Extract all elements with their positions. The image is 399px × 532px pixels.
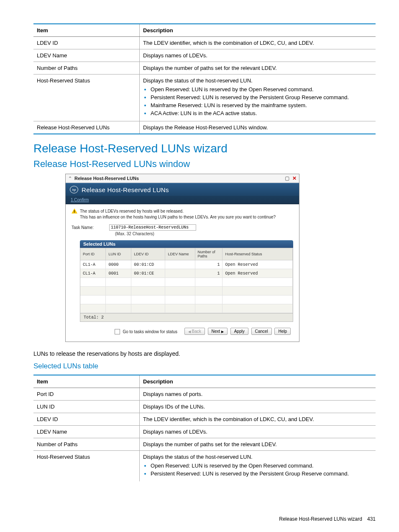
table-row[interactable] xyxy=(80,304,293,313)
table-row: Number of PathsDisplays the number of pa… xyxy=(33,62,376,75)
page-footer: Release Host-Reserved LUNs wizard431 xyxy=(279,516,376,522)
table-row: Release Host-Reserved LUNsDisplays the R… xyxy=(33,121,376,134)
item-cell: Host-Reserved Status xyxy=(33,75,140,121)
cell xyxy=(223,304,293,313)
cell xyxy=(131,287,165,296)
item-cell: Number of Paths xyxy=(33,62,140,75)
bullet-item: Open Reserved: LUN is reserved by the Op… xyxy=(151,463,372,469)
cell xyxy=(165,278,195,287)
column-header[interactable]: Port ID xyxy=(80,248,106,260)
wizard-header-text: Release Host-Reserved LUNs xyxy=(82,186,169,193)
cell xyxy=(131,278,165,287)
close-icon[interactable]: ✕ xyxy=(292,175,297,181)
description-cell: The LDEV identifier, which is the combin… xyxy=(140,413,376,426)
table-header: Item xyxy=(33,375,140,388)
wizard-titlebar: ⌃ Release Host-Reserved LUNs ▢ ✕ xyxy=(66,174,299,183)
table-row[interactable] xyxy=(80,296,293,304)
table-row: Number of PathsDisplays the number of pa… xyxy=(33,438,376,451)
task-name-note: (Max. 32 Characters) xyxy=(115,231,293,236)
task-name-input[interactable] xyxy=(109,224,196,231)
cell xyxy=(195,278,223,287)
back-button[interactable]: ◀ Back xyxy=(184,328,205,335)
table-row: LDEV IDThe LDEV identifier, which is the… xyxy=(33,413,376,426)
selected-luns-total: Total: 2 xyxy=(80,314,293,322)
column-header[interactable]: LDEV ID xyxy=(131,248,165,260)
column-header[interactable]: LDEV Name xyxy=(165,248,195,260)
table-row[interactable] xyxy=(80,278,293,287)
bullet-item: Open Reserved: LUN is reserved by the Op… xyxy=(151,86,372,93)
maximize-icon[interactable]: ▢ xyxy=(285,175,289,181)
item-cell: LUN ID xyxy=(33,401,140,413)
cell xyxy=(195,304,223,313)
table-row: Host-Reserved StatusDisplays the status … xyxy=(33,75,376,121)
cell xyxy=(106,304,131,313)
description-cell: Displays the Release Host-Reserved LUNs … xyxy=(140,121,376,134)
bullet-item: Persistent Reserved: LUN is reserved by … xyxy=(151,94,372,100)
cell xyxy=(165,269,195,278)
description-cell: The LDEV identifier, which is the combin… xyxy=(140,37,376,49)
selected-luns-title: Selected LUNs xyxy=(80,240,293,248)
column-header[interactable]: Number of Paths xyxy=(195,248,223,260)
item-cell: LDEV ID xyxy=(33,413,140,426)
table-row: Port IDDisplays names of ports. xyxy=(33,388,376,401)
cell xyxy=(165,304,195,313)
cell xyxy=(165,260,195,269)
item-cell: Port ID xyxy=(33,388,140,401)
description-cell: Displays names of LDEVs. xyxy=(140,49,376,62)
table-row[interactable]: CL1-A000100:01:CE1Open Reserved xyxy=(80,269,293,278)
description-cell: Displays the status of the host-reserved… xyxy=(140,451,376,482)
cell xyxy=(165,296,195,304)
cell: 00:01:CD xyxy=(131,260,165,269)
description-cell: Displays the number of paths set for the… xyxy=(140,62,376,75)
cell: Open Reserved xyxy=(223,269,293,278)
table-row[interactable] xyxy=(80,287,293,296)
table-row: LDEV IDThe LDEV identifier, which is the… xyxy=(33,37,376,49)
column-header[interactable]: LUN ID xyxy=(106,248,131,260)
heading-wizard: Release Host-Reserved LUNs wizard xyxy=(33,142,376,155)
cell: 0001 xyxy=(106,269,131,278)
wizard-header: Release Host-Reserved LUNs xyxy=(66,183,299,196)
cell xyxy=(223,287,293,296)
table-row[interactable]: CL1-A000000:01:CD1Open Reserved xyxy=(80,260,293,269)
table-row: LDEV NameDisplays names of LDEVs. xyxy=(33,426,376,438)
bullet-item: Mainframe Reserved: LUN is reserved by t… xyxy=(151,102,372,108)
cell xyxy=(80,287,106,296)
next-button[interactable]: Next ▶ xyxy=(208,328,228,335)
selected-luns-description-table: Item Description Port IDDisplays names o… xyxy=(33,375,376,481)
cell xyxy=(80,278,106,287)
item-cell: LDEV ID xyxy=(33,37,140,49)
table-row: LDEV NameDisplays names of LDEVs. xyxy=(33,49,376,62)
cancel-button[interactable]: Cancel xyxy=(251,328,272,335)
wizard-step-bar: 1.Confirm xyxy=(66,196,299,204)
table-header: Description xyxy=(140,24,376,37)
cell xyxy=(131,304,165,313)
collapse-icon[interactable]: ⌃ xyxy=(68,176,72,181)
cell: Open Reserved xyxy=(223,260,293,269)
body-paragraph: LUNs to release the reservations by host… xyxy=(33,350,376,357)
heading-window: Release Host-Reserved LUNs window xyxy=(33,159,376,170)
heading-selected-luns-table: Selected LUNs table xyxy=(33,362,376,370)
description-cell: Displays names of LDEVs. xyxy=(140,426,376,438)
cell xyxy=(195,287,223,296)
item-cell: LDEV Name xyxy=(33,49,140,62)
warning-icon xyxy=(72,208,77,214)
hp-logo-icon xyxy=(70,186,78,193)
column-header[interactable]: Host-Reserved Status xyxy=(223,248,293,260)
table-header: Description xyxy=(140,375,376,388)
cell xyxy=(106,287,131,296)
cell: 0000 xyxy=(106,260,131,269)
step-confirm[interactable]: 1.Confirm xyxy=(71,198,89,202)
cell xyxy=(195,296,223,304)
cell: CL1-A xyxy=(80,269,106,278)
item-cell: Release Host-Reserved LUNs xyxy=(33,121,140,134)
cell xyxy=(131,296,165,304)
help-button[interactable]: Help xyxy=(274,328,291,335)
apply-button[interactable]: Apply xyxy=(230,328,248,335)
selected-luns-table: Port IDLUN IDLDEV IDLDEV NameNumber of P… xyxy=(80,248,293,313)
go-to-tasks-checkbox[interactable] xyxy=(115,329,120,334)
cell: 00:01:CE xyxy=(131,269,165,278)
bullet-item: ACA Active: LUN is in the ACA active sta… xyxy=(151,110,372,116)
cell xyxy=(106,296,131,304)
description-cell: Displays the number of paths set for the… xyxy=(140,438,376,451)
cell: 1 xyxy=(195,269,223,278)
